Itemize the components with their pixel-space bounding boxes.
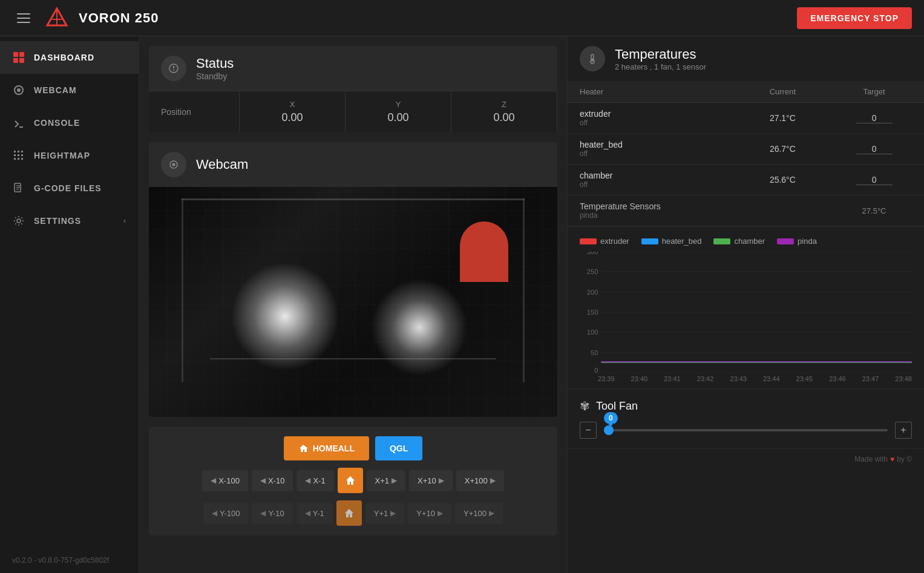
hamburger-button[interactable] <box>12 8 35 28</box>
homeall-button[interactable]: HOMEALL <box>284 436 369 460</box>
webcam-title: Webcam <box>196 157 248 172</box>
svg-rect-11 <box>18 151 19 152</box>
webcam-frame-right <box>523 198 525 382</box>
emergency-stop-button[interactable]: EMERGENCY STOP <box>797 7 912 29</box>
time-label-8: 23:47 <box>862 375 879 382</box>
x-value: 0.00 <box>252 111 333 124</box>
sidebar-item-heightmap[interactable]: HEIGHTMAP <box>0 139 139 172</box>
controls-top: HOMEALL QGL <box>159 436 548 460</box>
heater-target-cell-extruder <box>824 103 924 134</box>
sidebar-version: v0.2.0 - v0.8.0-757-gd0c5802f <box>0 548 139 573</box>
svg-text:0: 0 <box>594 367 598 373</box>
sidebar-item-settings[interactable]: SETTINGS ‹ <box>0 205 139 237</box>
heater-name-cell-chamber: chamber off <box>568 165 741 195</box>
time-label-2: 23:41 <box>664 375 681 382</box>
legend-extruder: extruder <box>580 237 629 246</box>
footer: Made with ♥ by © <box>568 448 924 470</box>
svg-rect-15 <box>21 154 23 156</box>
svg-point-28 <box>172 163 175 166</box>
heater-name-extruder: extruder <box>580 109 729 119</box>
heater-target-input-extruder[interactable] <box>856 113 893 123</box>
heater-row-heater_bed: heater_bed off 26.7°C <box>568 134 924 165</box>
fan-plus-button[interactable]: + <box>895 422 912 439</box>
legend-chamber: chamber <box>713 237 765 246</box>
heater-current-chamber: 25.6°C <box>741 165 824 195</box>
made-with-label: Made with <box>854 455 888 463</box>
heater-name-heater_bed: heater_bed <box>580 140 729 149</box>
target-col-header: Target <box>824 81 924 103</box>
center-panel: Status Standby Position X 0.00 Y 0.00 <box>139 36 567 573</box>
x-minus-10-button[interactable]: ◀ X-10 <box>252 470 293 491</box>
heater-row-chamber: chamber off 25.6°C <box>568 165 924 195</box>
x-plus-1-button[interactable]: X+1 ▶ <box>367 470 406 491</box>
tool-fan-header: ✾ Tool Fan <box>580 399 912 413</box>
temperatures-header: Temperatures 2 heaters , 1 fan, 1 sensor <box>568 36 924 81</box>
x-plus-10-button[interactable]: X+10 ▶ <box>409 470 453 491</box>
temperatures-table: Heater Current Target extruder off 27.1°… <box>568 81 924 226</box>
fan-value-bubble: 0 <box>604 412 618 424</box>
webcam-icon <box>12 83 25 97</box>
header-left: VORON 250 <box>12 6 159 30</box>
home-center-button[interactable] <box>338 468 363 493</box>
y-plus-1-button[interactable]: Y+1 ▶ <box>365 503 405 524</box>
sensor-current-value: 27.5°C <box>862 206 886 215</box>
status-card: Status Standby Position X 0.00 Y 0.00 <box>149 46 557 133</box>
time-label-1: 23:40 <box>631 375 648 382</box>
x-minus-1-button[interactable]: ◀ X-1 <box>297 470 333 491</box>
chart-container: extruder heater_bed chamber pinda <box>568 226 924 388</box>
svg-text:200: 200 <box>587 289 598 296</box>
sidebar-item-webcam[interactable]: WEBCAM <box>0 74 139 106</box>
y-home-button[interactable] <box>336 500 362 526</box>
x-minus-100-button[interactable]: ◀ X-100 <box>202 470 248 491</box>
homeall-label: HOMEALL <box>313 444 355 453</box>
heater-current-extruder: 27.1°C <box>741 103 824 134</box>
sidebar-item-dashboard[interactable]: DASHBOARD <box>0 41 139 74</box>
x-position-cell: X 0.00 <box>240 91 346 133</box>
y-minus-100-button[interactable]: ◀ Y-100 <box>203 503 249 524</box>
position-row: Position X 0.00 Y 0.00 Z 0.00 <box>149 91 557 133</box>
svg-rect-18 <box>21 158 23 160</box>
svg-rect-6 <box>19 58 24 63</box>
legend-chamber-label: chamber <box>734 237 765 246</box>
webcam-frame-top <box>182 198 525 200</box>
fan-title: Tool Fan <box>596 400 638 413</box>
legend-heater-bed-color <box>641 238 658 244</box>
svg-rect-13 <box>14 154 16 156</box>
qgl-button[interactable]: QGL <box>375 436 422 460</box>
heater-target-input-chamber[interactable] <box>856 175 893 185</box>
y-minus-1-button[interactable]: ◀ Y-1 <box>297 503 333 524</box>
webcam-title-group: Webcam <box>196 157 248 172</box>
fan-slider[interactable] <box>604 429 888 431</box>
svg-rect-3 <box>13 52 18 57</box>
y-position-cell: Y 0.00 <box>346 91 451 133</box>
y-minus-10-button[interactable]: ◀ Y-10 <box>252 503 292 524</box>
sidebar-label-webcam: WEBCAM <box>34 85 77 95</box>
heater-status-extruder: off <box>580 119 729 127</box>
app-title: VORON 250 <box>79 10 159 26</box>
y-plus-10-button[interactable]: Y+10 ▶ <box>408 503 451 524</box>
heater-target-input-heater_bed[interactable] <box>856 144 893 154</box>
fan-slider-wrapper: 0 <box>604 429 888 431</box>
sidebar-label-dashboard: DASHBOARD <box>34 53 94 62</box>
legend-pinda-color <box>777 238 794 244</box>
time-label-9: 23:48 <box>895 375 912 382</box>
time-label-3: 23:42 <box>697 375 714 382</box>
legend-heater-bed: heater_bed <box>641 237 702 246</box>
svg-rect-5 <box>13 58 18 63</box>
sidebar-item-gcode-files[interactable]: G-CODE FILES <box>0 172 139 205</box>
fan-icon: ✾ <box>580 399 590 413</box>
sidebar-item-console[interactable]: CONSOLE <box>0 106 139 139</box>
svg-text:50: 50 <box>591 349 598 356</box>
heater-current-heater_bed: 26.7°C <box>741 134 824 165</box>
time-label-6: 23:45 <box>796 375 813 382</box>
sensor-row: Temperature Sensors pinda 27.5°C <box>568 195 924 226</box>
status-icon <box>161 56 186 81</box>
webcam-card: Webcam <box>149 142 557 417</box>
fan-minus-button[interactable]: − <box>580 422 597 439</box>
x-plus-100-button[interactable]: X+100 ▶ <box>456 470 504 491</box>
y-plus-100-button[interactable]: Y+100 ▶ <box>455 503 503 524</box>
status-title: Status <box>196 56 234 71</box>
heater-row-extruder: extruder off 27.1°C <box>568 103 924 134</box>
status-card-header: Status Standby <box>149 46 557 91</box>
y-value: 0.00 <box>358 111 439 124</box>
